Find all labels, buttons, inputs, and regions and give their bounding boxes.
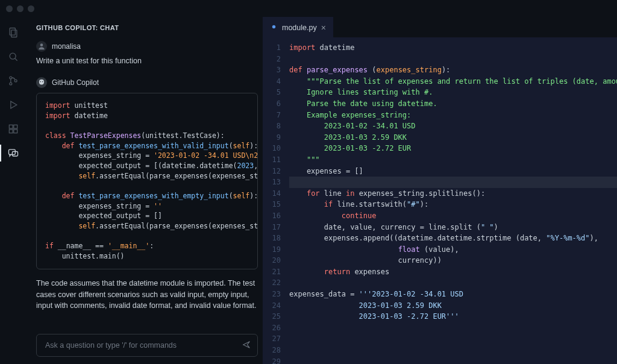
chat-code-block[interactable]: import unittest import datetime class Te… <box>36 93 258 269</box>
tab-bar: module.py × <box>263 17 617 37</box>
window-max-dot[interactable] <box>28 5 34 12</box>
svg-marker-7 <box>10 101 16 108</box>
svg-rect-10 <box>13 130 17 133</box>
svg-point-2 <box>10 53 16 59</box>
line-number-gutter: 1234567891011121314151617181920212223242… <box>263 42 289 364</box>
search-icon[interactable] <box>0 45 27 69</box>
close-icon[interactable]: × <box>321 24 326 32</box>
window-close-dot[interactable] <box>6 5 13 12</box>
user-message-header: monalisa <box>36 41 258 52</box>
window-titlebar <box>0 0 617 17</box>
copilot-response: GitHub Copilot import unittest import da… <box>36 77 258 312</box>
chat-input-row <box>36 334 258 357</box>
code-editor[interactable]: 1234567891011121314151617181920212223242… <box>263 37 617 364</box>
svg-point-6 <box>14 80 17 82</box>
svg-rect-1 <box>11 30 16 37</box>
extensions-icon[interactable] <box>0 117 27 141</box>
source-control-icon[interactable] <box>0 69 27 93</box>
copilot-name: GitHub Copilot <box>52 78 99 87</box>
editor-group: module.py × 1234567891011121314151617181… <box>263 17 617 364</box>
copilot-explanation: The code assumes that the datetime modul… <box>36 278 258 312</box>
window-min-dot[interactable] <box>17 5 23 12</box>
svg-rect-0 <box>10 28 15 36</box>
copilot-message-header: GitHub Copilot <box>36 77 258 88</box>
svg-rect-8 <box>9 125 13 128</box>
app-body: GITHUB COPILOT: CHAT monalisa Write a un… <box>0 17 617 364</box>
svg-point-5 <box>9 83 11 85</box>
svg-point-14 <box>40 43 43 46</box>
svg-rect-9 <box>9 130 13 133</box>
copilot-avatar-icon <box>36 77 47 88</box>
svg-point-15 <box>272 25 275 28</box>
send-icon[interactable] <box>242 340 251 351</box>
chat-icon[interactable] <box>0 141 27 165</box>
chat-input[interactable] <box>45 341 242 350</box>
svg-point-4 <box>9 77 11 79</box>
user-name: monalisa <box>52 42 81 51</box>
code-content[interactable]: import datetime def parse_expenses (expe… <box>289 42 617 364</box>
activity-bar <box>0 17 27 364</box>
user-avatar <box>36 41 47 52</box>
chat-panel-title: GITHUB COPILOT: CHAT <box>36 24 258 31</box>
tab-label: module.py <box>282 24 317 32</box>
python-file-icon <box>270 23 278 33</box>
run-debug-icon[interactable] <box>0 93 27 117</box>
chat-panel: GITHUB COPILOT: CHAT monalisa Write a un… <box>27 17 263 364</box>
user-prompt: Write a unit test for this function <box>36 57 258 65</box>
tab-module-py[interactable]: module.py × <box>263 17 333 37</box>
svg-rect-11 <box>13 125 17 128</box>
svg-line-3 <box>14 58 17 61</box>
explorer-icon[interactable] <box>0 20 27 45</box>
